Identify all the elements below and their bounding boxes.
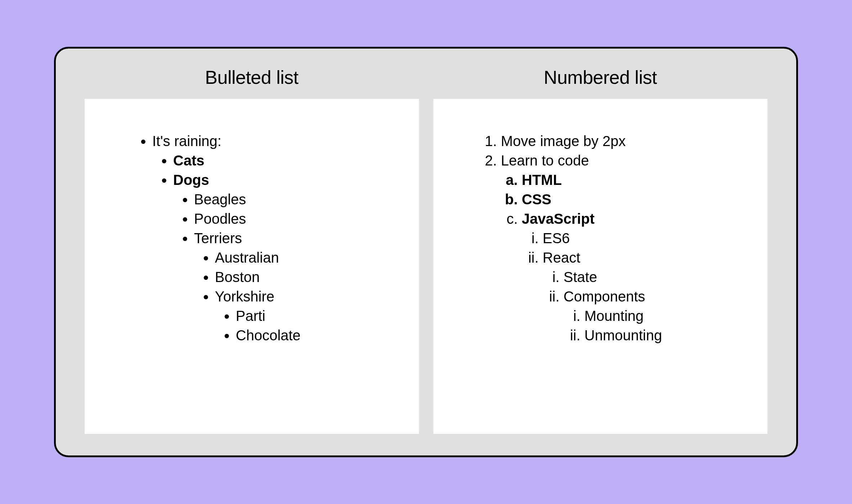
list-item-text: Move image by 2px: [501, 133, 626, 149]
list-item-text: Mounting: [585, 308, 644, 324]
list-item: Components Mounting Unmounting: [564, 287, 732, 345]
list-item-text: It's raining:: [152, 133, 221, 149]
list-item: Terriers Australian Boston Yorkshire Par…: [194, 228, 383, 345]
example-frame: Bulleted list It's raining: Cats Dogs Be…: [54, 47, 798, 457]
list-item: Boston: [215, 267, 383, 287]
list-item: JavaScript ES6 React State Components: [522, 209, 732, 345]
list-item-text: React: [543, 250, 581, 265]
list-item-text: Poodles: [194, 211, 246, 227]
list-item: Move image by 2px: [501, 131, 732, 151]
list-item-text: CSS: [522, 191, 551, 207]
list-item: CSS: [522, 190, 732, 209]
list-item: ES6: [543, 228, 732, 248]
list-item-text: Cats: [173, 153, 204, 168]
list-item-text: State: [564, 269, 597, 285]
list-item: Yorkshire Parti Chocolate: [215, 287, 383, 345]
list-item-text: Components: [564, 289, 645, 304]
list-item: HTML: [522, 170, 732, 190]
list-item-text: Dogs: [173, 172, 209, 188]
numbered-heading: Numbered list: [544, 67, 657, 88]
bulleted-card: It's raining: Cats Dogs Beagles Poodles …: [85, 99, 419, 434]
list-item-text: JavaScript: [522, 211, 595, 227]
list-item-text: Terriers: [194, 230, 242, 246]
list-item: Chocolate: [236, 326, 383, 345]
list-item-text: Chocolate: [236, 327, 301, 343]
numbered-card: Move image by 2px Learn to code HTML CSS…: [433, 99, 768, 434]
list-item: Cats: [173, 151, 383, 170]
list-item-text: Boston: [215, 269, 260, 285]
list-item: Australian: [215, 248, 383, 267]
numbered-column: Numbered list Move image by 2px Learn to…: [433, 67, 768, 434]
numbered-list: Move image by 2px Learn to code HTML CSS…: [484, 131, 732, 345]
list-item: It's raining: Cats Dogs Beagles Poodles …: [152, 131, 383, 345]
list-item-text: Yorkshire: [215, 289, 274, 304]
list-item: Unmounting: [585, 326, 732, 345]
bulleted-column: Bulleted list It's raining: Cats Dogs Be…: [85, 67, 419, 434]
list-item-text: Australian: [215, 250, 279, 265]
list-item: React State Components Mounting Unmounti…: [543, 248, 732, 345]
list-item: Mounting: [585, 306, 732, 326]
list-item-text: ES6: [543, 230, 570, 246]
list-item: Dogs Beagles Poodles Terriers Australian…: [173, 170, 383, 345]
list-item: Learn to code HTML CSS JavaScript ES6 Re…: [501, 151, 732, 345]
list-item-text: Beagles: [194, 191, 246, 207]
list-item: Parti: [236, 306, 383, 326]
list-item: Poodles: [194, 209, 383, 228]
list-item: Beagles: [194, 190, 383, 209]
bulleted-heading: Bulleted list: [205, 67, 298, 88]
list-item-text: Unmounting: [585, 327, 662, 343]
bulleted-list: It's raining: Cats Dogs Beagles Poodles …: [135, 131, 383, 345]
list-item-text: HTML: [522, 172, 562, 188]
list-item-text: Parti: [236, 308, 265, 324]
list-item-text: Learn to code: [501, 153, 589, 168]
list-item: State: [564, 267, 732, 287]
